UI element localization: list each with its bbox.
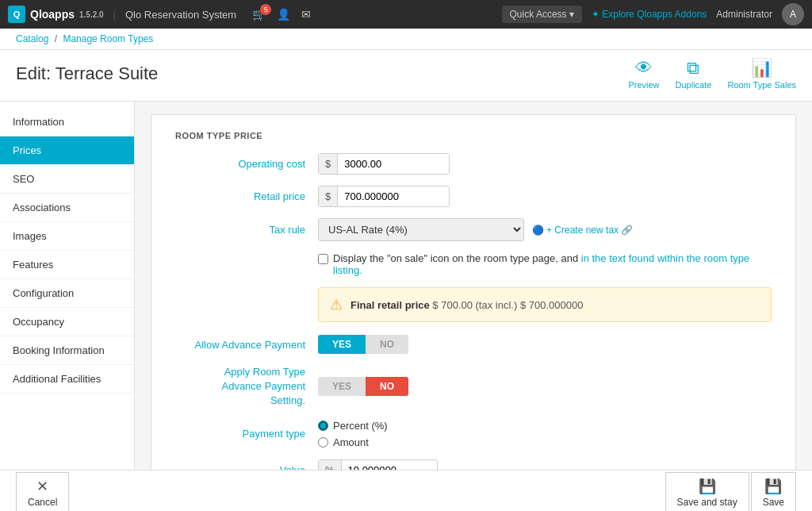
alert-text: Final retail price $ 700.00 (tax incl.) … (350, 299, 583, 311)
duplicate-label: Duplicate (676, 80, 712, 90)
footer: ✕ Cancel 💾 Save and stay 💾 Save (0, 470, 812, 511)
allow-advance-payment-label: Allow Advance Payment (175, 339, 318, 351)
payment-type-radio-group: Percent (%) Amount (318, 420, 388, 448)
on-sale-checkbox[interactable] (318, 254, 328, 264)
navbar-icons: 🛒 5 👤 ✉ (252, 8, 311, 21)
save-and-stay-button[interactable]: 💾 Save and stay (665, 472, 749, 512)
preview-button[interactable]: 👁 Preview (628, 58, 659, 90)
duplicate-icon: ⧉ (687, 58, 699, 79)
value-input-group: % (318, 459, 438, 470)
sidebar: Information Prices SEO Associations Imag… (0, 102, 135, 470)
on-sale-static-text: Display the "on sale" icon on the room t… (333, 252, 578, 264)
save-button[interactable]: 💾 Save (751, 472, 796, 512)
apply-room-type-no-button[interactable]: NO (366, 377, 408, 396)
create-tax-icon: 🔵 (532, 225, 544, 236)
tax-rule-select[interactable]: US-AL Rate (4%) US-AK Rate (0%) US-AZ Ra… (318, 218, 524, 241)
sidebar-item-occupancy[interactable]: Occupancy (0, 308, 134, 336)
navbar: Q Qloapps 1.5.2.0 | Qlo Reservation Syst… (0, 0, 812, 29)
payment-type-row: Payment type Percent (%) Amount (175, 420, 772, 448)
cart-badge: 5 (260, 4, 271, 15)
sidebar-item-information[interactable]: Information (0, 108, 134, 136)
cancel-label: Cancel (28, 497, 57, 508)
value-row: Value % (175, 459, 772, 470)
system-name: Qlo Reservation System (125, 9, 236, 21)
retail-price-prefix: $ (319, 186, 338, 206)
sidebar-item-additional-facilities[interactable]: Additional Facilities (0, 365, 134, 394)
percent-radio-item: Percent (%) (318, 420, 388, 432)
avatar: A (782, 3, 804, 25)
save-label: Save (763, 497, 784, 508)
save-stay-icon: 💾 (699, 478, 716, 495)
save-icon: 💾 (764, 478, 782, 495)
preview-label: Preview (628, 80, 659, 90)
explore-addons-link[interactable]: ✦ Explore Qloapps Addons (592, 9, 707, 20)
logo[interactable]: Q Qloapps 1.5.2.0 (8, 6, 104, 23)
advance-payment-no-button[interactable]: NO (366, 335, 408, 354)
create-tax-label: + Create new tax (546, 225, 619, 236)
sidebar-item-associations[interactable]: Associations (0, 194, 134, 222)
save-group: 💾 Save and stay 💾 Save (665, 472, 796, 512)
amount-label: Amount (333, 436, 369, 448)
create-new-tax-link[interactable]: 🔵 + Create new tax 🔗 (532, 225, 633, 236)
percent-radio[interactable] (318, 421, 328, 431)
apply-room-type-row: Apply Room Type Advance Payment Setting.… (175, 365, 772, 409)
advance-payment-text: Advance Payment (175, 379, 305, 394)
sidebar-item-features[interactable]: Features (0, 251, 134, 279)
apply-room-type-text: Apply Room Type (175, 365, 305, 379)
logo-icon: Q (8, 6, 25, 23)
alert-value: $ 700.00 (tax incl.) $ 700.000000 (432, 299, 583, 311)
duplicate-button[interactable]: ⧉ Duplicate (676, 58, 712, 90)
amount-radio[interactable] (318, 437, 328, 448)
section-title: ROOM TYPE PRICE (175, 131, 772, 140)
page-header: Edit: Terrace Suite 👁 Preview ⧉ Duplicat… (0, 50, 812, 102)
version-text: 1.5.2.0 (79, 10, 104, 19)
breadcrumb-manage[interactable]: Manage Room Types (63, 33, 153, 44)
alert-icon: ⚠ (330, 296, 343, 313)
value-label: Value (175, 464, 318, 470)
apply-room-type-toggle: YES NO (318, 377, 408, 396)
sidebar-item-booking-information[interactable]: Booking Information (0, 336, 134, 365)
sidebar-item-prices[interactable]: Prices (0, 136, 134, 165)
user-icon[interactable]: 👤 (277, 8, 290, 21)
cancel-button[interactable]: ✕ Cancel (16, 472, 69, 512)
sidebar-item-configuration[interactable]: Configuration (0, 279, 134, 308)
cancel-icon: ✕ (36, 478, 48, 495)
retail-price-input-group: $ (318, 186, 450, 207)
content-area: ROOM TYPE PRICE Operating cost $ Retail … (135, 102, 812, 470)
mail-icon[interactable]: ✉ (301, 8, 311, 21)
alert-box: ⚠ Final retail price $ 700.00 (tax incl.… (318, 287, 772, 322)
value-prefix: % (319, 460, 342, 470)
retail-price-label: Retail price (175, 190, 318, 202)
retail-price-input[interactable] (338, 186, 449, 206)
tax-rule-label: Tax rule (175, 224, 318, 236)
operating-cost-label: Operating cost (175, 158, 318, 170)
sidebar-item-seo[interactable]: SEO (0, 165, 134, 194)
operating-cost-input-group: $ (318, 153, 450, 175)
main-layout: Information Prices SEO Associations Imag… (0, 102, 812, 470)
form-section: ROOM TYPE PRICE Operating cost $ Retail … (151, 114, 796, 470)
cart-icon[interactable]: 🛒 5 (252, 8, 266, 21)
value-input[interactable] (342, 460, 437, 470)
breadcrumb-separator: / (55, 33, 57, 44)
on-sale-row: Display the "on sale" icon on the room t… (175, 252, 772, 276)
apply-room-type-yes-button[interactable]: YES (318, 377, 366, 396)
apply-room-type-label: Apply Room Type Advance Payment Setting. (175, 365, 318, 409)
payment-type-label: Payment type (175, 428, 318, 440)
external-link-icon: 🔗 (621, 225, 633, 236)
advance-payment-yes-button[interactable]: YES (318, 335, 366, 354)
operating-cost-input[interactable] (338, 154, 449, 174)
percent-label: Percent (%) (333, 420, 388, 432)
save-and-stay-label: Save and stay (677, 497, 737, 508)
on-sale-text: Display the "on sale" icon on the room t… (333, 252, 772, 276)
breadcrumb-catalog[interactable]: Catalog (16, 33, 48, 44)
quick-access-button[interactable]: Quick Access ▾ (502, 6, 582, 23)
operating-cost-prefix: $ (319, 154, 338, 174)
sidebar-item-images[interactable]: Images (0, 222, 134, 251)
retail-price-row: Retail price $ (175, 186, 772, 207)
sales-icon: 📊 (751, 58, 772, 79)
page-title: Edit: Terrace Suite (16, 63, 158, 84)
username-label: Administrator (716, 9, 772, 20)
amount-radio-item: Amount (318, 436, 388, 448)
room-type-sales-button[interactable]: 📊 Room Type Sales (727, 58, 796, 90)
tax-rule-controls: US-AL Rate (4%) US-AK Rate (0%) US-AZ Ra… (318, 218, 633, 241)
